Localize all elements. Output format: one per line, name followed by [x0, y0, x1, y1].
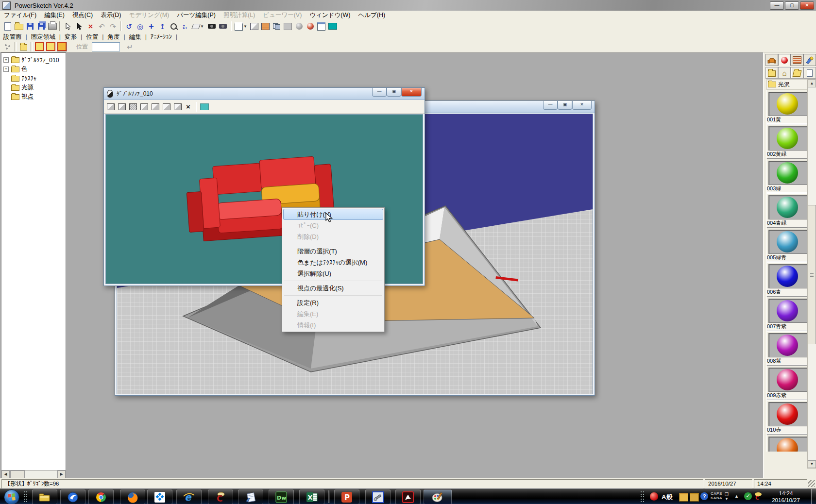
- light-tab[interactable]: [803, 54, 816, 66]
- expander-icon[interactable]: +: [3, 57, 9, 63]
- tray-grip[interactable]: [640, 491, 645, 503]
- room-maximize-button[interactable]: ▣: [558, 101, 572, 110]
- save-icon[interactable]: [24, 21, 35, 32]
- placement-folder-icon[interactable]: [18, 41, 29, 52]
- menu-window[interactable]: ウィンドウ(W): [306, 11, 354, 20]
- room-minimize-button[interactable]: —: [543, 101, 558, 110]
- cube-view-4-icon[interactable]: [140, 103, 148, 110]
- swatch-002[interactable]: 002黄緑: [766, 124, 807, 158]
- shear-edit-icon[interactable]: ▼: [190, 21, 206, 32]
- print-icon[interactable]: [47, 21, 58, 32]
- menu-item-select-color-texture[interactable]: 色またはﾃｸｽﾁｬの選択(M): [283, 257, 383, 268]
- scene-tree-panel[interactable]: + ﾀﾞﾌﾞﾙｿﾌｧ_010 + 色 ﾃｸｽﾁｬ 光源: [1, 52, 66, 471]
- taskbar-chrome[interactable]: [88, 489, 114, 504]
- swatch-010[interactable]: 010赤: [766, 400, 807, 434]
- app-maximize-button[interactable]: ▢: [785, 1, 799, 10]
- furniture-tab[interactable]: [765, 54, 778, 66]
- fixed-area-1-icon[interactable]: [34, 41, 45, 52]
- fixed-area-2-icon[interactable]: [45, 41, 56, 52]
- orbit-view-icon[interactable]: ◎: [135, 21, 146, 32]
- cw-tray-icon[interactable]: C: [754, 492, 763, 501]
- delete-icon[interactable]: ×: [85, 21, 96, 32]
- viewer-window-icon[interactable]: [316, 21, 327, 32]
- taskbar-acrobat[interactable]: [395, 489, 421, 504]
- taskbar-firefox[interactable]: [120, 489, 145, 504]
- open-folder-button[interactable]: [791, 67, 803, 79]
- taskbar-powerpoint[interactable]: P: [334, 489, 359, 504]
- tab-position[interactable]: 位置: [83, 33, 102, 41]
- swatch-006[interactable]: 006青: [766, 262, 807, 296]
- doc-maximize-button[interactable]: ▣: [387, 88, 401, 97]
- menu-item-select-hierarchy[interactable]: 階層の選択(T): [283, 246, 383, 257]
- doc-close-button[interactable]: ✕: [401, 88, 422, 97]
- swatch-list[interactable]: 001黄 002黄緑 003緑 004青緑 005緑青 006青 007青紫 0…: [764, 90, 807, 452]
- resize-grip[interactable]: [808, 480, 815, 487]
- taskbar-powersketch[interactable]: [424, 489, 452, 504]
- start-button[interactable]: [4, 489, 19, 504]
- cube-view-6-icon[interactable]: [163, 103, 170, 110]
- app-minimize-button[interactable]: —: [770, 1, 784, 10]
- taskbar-dreamweaver[interactable]: Dw: [269, 489, 294, 504]
- app-close-button[interactable]: ✕: [800, 1, 814, 10]
- new-document-icon[interactable]: [2, 21, 13, 32]
- swatch-003[interactable]: 003緑: [766, 159, 807, 193]
- tree-item-color[interactable]: + 色: [1, 65, 66, 74]
- taskbar-excel[interactable]: X: [299, 489, 324, 504]
- tab-fixed-area[interactable]: 固定領域: [28, 33, 59, 41]
- taskbar-red-c-app[interactable]: C: [208, 489, 233, 504]
- tree-item-viewpoint[interactable]: 視点: [1, 92, 66, 101]
- cube-view-3-icon[interactable]: [129, 103, 137, 110]
- tree-item-light[interactable]: 光源: [1, 83, 66, 92]
- cube-view-5-icon[interactable]: [152, 103, 159, 110]
- fixed-area-3-icon[interactable]: [56, 41, 68, 52]
- grid-table-icon[interactable]: [327, 21, 338, 32]
- swatch-007[interactable]: 007青紫: [766, 297, 807, 331]
- display-mode-icon[interactable]: ▼: [233, 21, 249, 32]
- menu-parts-edit[interactable]: パーツ編集(P): [173, 11, 220, 20]
- home-button[interactable]: ⌂: [778, 67, 791, 79]
- security-tray-icon[interactable]: ✓: [744, 492, 752, 500]
- palette-scrollbar[interactable]: ▲ ▼: [807, 79, 816, 469]
- zoom-magnifier-icon[interactable]: [168, 21, 179, 32]
- cube-view-2-icon[interactable]: [118, 103, 126, 110]
- render-camera-icon[interactable]: [217, 21, 228, 32]
- swatch-008[interactable]: 008紫: [766, 331, 807, 365]
- scroll-down-icon[interactable]: ▼: [808, 460, 816, 468]
- doc-minimize-button[interactable]: —: [372, 88, 387, 97]
- expander-icon[interactable]: +: [3, 67, 9, 72]
- tree-item-sofa[interactable]: + ﾀﾞﾌﾞﾙｿﾌｧ_010: [1, 55, 66, 65]
- shaded-cube-icon[interactable]: [249, 21, 260, 32]
- material-sphere-icon[interactable]: [305, 21, 316, 32]
- menu-file[interactable]: ファイル(F): [0, 11, 40, 20]
- scroll-thumb[interactable]: [808, 205, 816, 344]
- save-all-icon[interactable]: [35, 21, 47, 32]
- palette-category-bar[interactable]: 光沢: [766, 79, 808, 90]
- tab-placement-plane[interactable]: 設置面: [0, 33, 25, 41]
- move-all-icon[interactable]: ↔↕: [179, 21, 190, 32]
- folder-up-button[interactable]: [765, 67, 778, 79]
- tab-deform[interactable]: 変形: [61, 33, 80, 41]
- taskbar-internet-explorer[interactable]: e: [176, 489, 202, 504]
- menu-edit[interactable]: 編集(E): [40, 11, 68, 20]
- scroll-thumb[interactable]: [10, 470, 25, 478]
- menu-item-deselect[interactable]: 選択解除(U): [283, 268, 383, 279]
- show-desktop-button[interactable]: [811, 489, 816, 504]
- swatch-011[interactable]: 011橙: [766, 435, 807, 452]
- menu-display[interactable]: 表示(D): [97, 11, 125, 20]
- cube-view-7-icon[interactable]: [174, 103, 182, 110]
- material-tab[interactable]: [778, 54, 791, 66]
- ime-menu-arrow-icon[interactable]: ▼: [725, 497, 729, 501]
- delete-view-icon[interactable]: ×: [186, 102, 190, 111]
- swatch-001[interactable]: 001黄: [766, 90, 807, 124]
- tab-edit[interactable]: 編集: [126, 33, 145, 41]
- tree-item-texture[interactable]: ﾃｸｽﾁｬ: [1, 74, 66, 83]
- taskbar-settings-tool-app[interactable]: [365, 489, 391, 504]
- swatch-009[interactable]: 009赤紫: [766, 366, 807, 400]
- zoom-axis-icon[interactable]: ↥: [157, 21, 168, 32]
- swatch-005[interactable]: 005緑青: [766, 228, 807, 262]
- ime-caps-kana-block[interactable]: CAPS KANA: [711, 491, 722, 500]
- menu-viewpoint[interactable]: 視点(C): [68, 11, 97, 20]
- app-titlebar[interactable]: PowerSketch Ver.4.2 — ▢ ✕: [0, 0, 816, 11]
- tab-angle[interactable]: 角度: [104, 33, 123, 41]
- show-hidden-icons[interactable]: ▲: [734, 494, 739, 499]
